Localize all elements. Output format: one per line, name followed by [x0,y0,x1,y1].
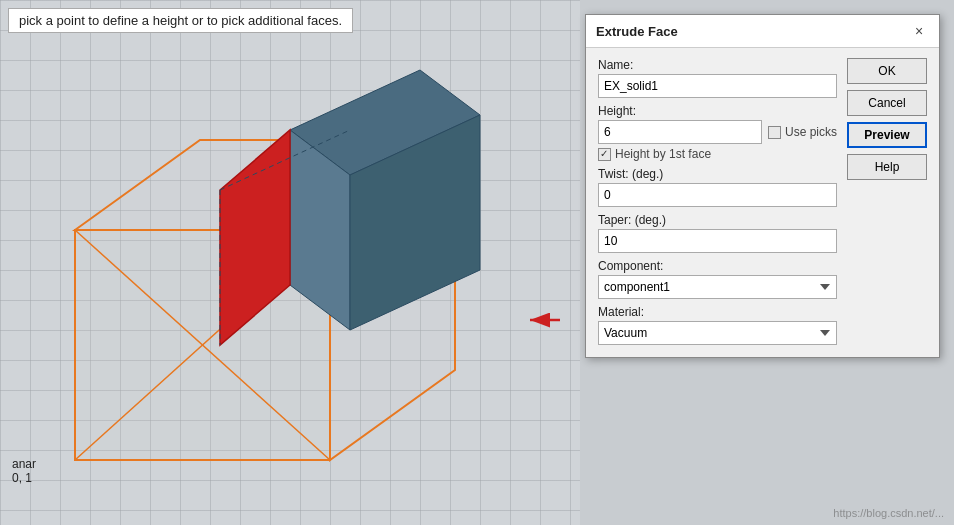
use-picks-label[interactable]: Use picks [768,125,837,139]
height-by-face-checkbox[interactable] [598,148,611,161]
component-select-wrapper: component1 [598,275,837,299]
viewport-label: anar 0, 1 [12,457,36,485]
name-input[interactable] [598,74,837,98]
dialog-buttons: OK Cancel Preview Help [847,58,927,345]
preview-button[interactable]: Preview [847,122,927,148]
dialog-body: Name: Height: Use picks Height by 1st fa… [586,48,939,357]
use-picks-text: Use picks [785,125,837,139]
height-row: Use picks [598,120,837,144]
dialog-close-button[interactable]: × [909,21,929,41]
twist-input[interactable] [598,183,837,207]
label-line2: 0, 1 [12,471,36,485]
height-input[interactable] [598,120,762,144]
dialog-title: Extrude Face [596,24,678,39]
height-by-face-label: Height by 1st face [615,147,711,161]
height-by-face-row: Height by 1st face [598,147,837,161]
3d-scene [0,0,580,525]
name-label: Name: [598,58,837,72]
material-select[interactable]: Vacuum [598,321,837,345]
status-text: pick a point to define a height or to pi… [19,13,342,28]
extrude-face-dialog: Extrude Face × Name: Height: Use picks H… [585,14,940,358]
material-label: Material: [598,305,837,319]
taper-label: Taper: (deg.) [598,213,837,227]
watermark-text: https://blog.csdn.net/... [833,507,944,519]
3d-viewport[interactable]: pick a point to define a height or to pi… [0,0,580,525]
cancel-button[interactable]: Cancel [847,90,927,116]
component-label: Component: [598,259,837,273]
component-select[interactable]: component1 [598,275,837,299]
dialog-fields: Name: Height: Use picks Height by 1st fa… [598,58,837,345]
dialog-titlebar[interactable]: Extrude Face × [586,15,939,48]
twist-label: Twist: (deg.) [598,167,837,181]
ok-button[interactable]: OK [847,58,927,84]
taper-input[interactable] [598,229,837,253]
help-button[interactable]: Help [847,154,927,180]
height-label: Height: [598,104,837,118]
watermark: https://blog.csdn.net/... [833,507,944,519]
status-bar: pick a point to define a height or to pi… [8,8,353,33]
label-line1: anar [12,457,36,471]
use-picks-checkbox[interactable] [768,126,781,139]
material-select-wrapper: Vacuum [598,321,837,345]
